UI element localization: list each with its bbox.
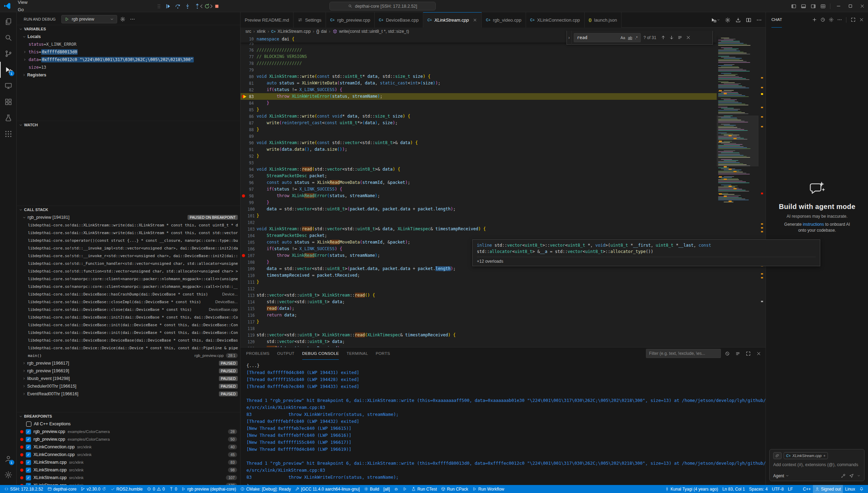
instructions-link[interactable]: instructions bbox=[803, 222, 824, 227]
activity-extensions[interactable] bbox=[0, 94, 17, 110]
gutter-116[interactable] bbox=[241, 312, 248, 319]
status-problems[interactable]: 00 bbox=[145, 485, 167, 493]
console-line[interactable] bbox=[246, 453, 766, 460]
find-close-icon[interactable] bbox=[684, 33, 693, 42]
gutter-98[interactable] bbox=[241, 193, 248, 199]
stack-frame[interactable]: libdepthai-core.so!dai::XLinkStream::wri… bbox=[17, 221, 241, 229]
console-line[interactable]: [New Thread 0xfffff155c840 (LWP 196617)] bbox=[246, 439, 766, 446]
console-line[interactable]: [Thread 0xffffebffc840 (LWP 194432) exit… bbox=[246, 418, 766, 425]
status-os[interactable]: Linux bbox=[843, 485, 857, 493]
close-panel-icon[interactable] bbox=[754, 349, 763, 358]
gutter-87[interactable] bbox=[241, 120, 248, 126]
close-window-icon[interactable] bbox=[856, 0, 868, 12]
gutter-77[interactable] bbox=[241, 53, 248, 60]
debug-console-output[interactable]: {...}[Thread 0xfffff0d4c840 (LWP 194431)… bbox=[241, 360, 766, 485]
code-line-119[interactable]: 119std::vector<std::uint8_t> XLinkStream… bbox=[241, 332, 717, 338]
code-line-88[interactable]: 88} bbox=[241, 126, 717, 133]
console-line[interactable]: [Thread 0xfffff155c840 (LWP 194428) exit… bbox=[246, 376, 766, 383]
panel-tab-debug-console[interactable]: DEBUG CONSOLE bbox=[302, 348, 339, 360]
status-run-workflow[interactable]: Run Workflow bbox=[470, 485, 506, 493]
gutter-88[interactable] bbox=[241, 126, 248, 133]
maximize-panel-icon[interactable] bbox=[744, 349, 752, 358]
attach-context-icon[interactable] bbox=[773, 452, 782, 459]
breakpoint-checkbox[interactable]: ✓ bbox=[26, 460, 31, 465]
breakpoint-row[interactable]: ✓XLinkStream.cppsrc/xlink107 bbox=[17, 474, 241, 481]
activity-run-and-debug[interactable]: 1 bbox=[0, 62, 17, 78]
gutter-92[interactable] bbox=[241, 153, 248, 159]
breakpoint-row[interactable]: ✓rgb_preview.cppexamples/ColorCamera28 bbox=[17, 428, 241, 435]
console-line[interactable]: 83 throw XLinkWriteError(status, streamN… bbox=[246, 474, 766, 481]
maximize-window-icon[interactable] bbox=[844, 0, 856, 12]
run-or-debug-icon[interactable] bbox=[709, 15, 722, 24]
stack-frame[interactable]: libdepthai-core.so!std::__invoke_r<std::… bbox=[17, 252, 241, 260]
gutter-85[interactable] bbox=[241, 106, 248, 113]
variable-row[interactable]: data = 0xffffec0012c0 "\224\001\001\317\… bbox=[17, 56, 241, 64]
continue-button[interactable] bbox=[163, 2, 173, 11]
call-stack-thread[interactable]: rgb_preview [196619]PAUSED bbox=[17, 367, 241, 375]
breakpoint-row[interactable]: ✓XLinkStream.cppsrc/xlink83 bbox=[17, 458, 241, 466]
status-ports[interactable]: 0 bbox=[167, 485, 180, 493]
status-run-cpack[interactable]: Run CPack bbox=[439, 485, 470, 493]
call-stack-thread[interactable]: rgb_preview [194181]PAUSED ON BREAKPOINT bbox=[17, 214, 241, 221]
status-signed-out[interactable]: Signed out bbox=[813, 485, 843, 493]
gutter-118[interactable] bbox=[241, 325, 248, 332]
console-line[interactable]: Thread 1 "rgb_preview" hit Breakpoint 6,… bbox=[246, 397, 766, 404]
minimize-window-icon[interactable] bbox=[832, 0, 844, 12]
gutter-105[interactable] bbox=[241, 239, 248, 246]
code-line-113[interactable]: 113std::vector<std::uint8_t> XLinkStream… bbox=[241, 292, 717, 299]
status-debug-session[interactable]: rgb preview (depthai-core) bbox=[179, 485, 238, 493]
stack-frame[interactable]: libdepthai-core.so!dai::XLinkStream::wri… bbox=[17, 229, 241, 237]
status-remote[interactable]: SSH: 172.18.2.52 bbox=[2, 485, 45, 493]
breakpoint-row[interactable]: ✓XLinkStream.cppsrc/xlink98 bbox=[17, 466, 241, 474]
activity-accounts[interactable]: 1 bbox=[0, 451, 17, 467]
code-line-84[interactable]: 84 } bbox=[241, 100, 717, 106]
stack-frame[interactable]: libdepthai-core.so!nanorpc::core::client… bbox=[17, 283, 241, 290]
debug-settings-gear-icon[interactable] bbox=[119, 15, 127, 23]
stack-frame[interactable]: libdepthai-core.so!std::__invoke_impl<st… bbox=[17, 244, 241, 252]
code-line-104[interactable]: 104 StreamPacketDesc packet; bbox=[241, 232, 717, 239]
gutter-117[interactable] bbox=[241, 319, 248, 325]
chevron-right-icon[interactable] bbox=[23, 58, 29, 61]
gutter-111[interactable] bbox=[241, 279, 248, 285]
gutter-93[interactable] bbox=[241, 159, 248, 166]
start-debug-icon[interactable] bbox=[64, 17, 69, 22]
stack-frame[interactable]: libdepthai-core.so!dai::DeviceBase::init… bbox=[17, 321, 241, 329]
console-line[interactable]: e/src/xlink/XLinkStream.cpp:83 bbox=[246, 404, 766, 411]
panel-tab-output[interactable]: OUTPUT bbox=[277, 348, 295, 360]
console-line[interactable]: [New Thread 0xfffff0d4c840 (LWP 196619)] bbox=[246, 446, 766, 453]
regex-toggle[interactable]: .* bbox=[634, 35, 639, 40]
status-cursor-position[interactable]: Ln 83, Col 1 bbox=[720, 485, 747, 493]
breadcrumb-item[interactable]: {}dai bbox=[316, 29, 327, 34]
variables-header[interactable]: VARIABLES bbox=[17, 25, 241, 33]
code-line-103[interactable]: 103void XLinkStream::read(std::vector<st… bbox=[241, 226, 717, 232]
status-indentation[interactable]: Spaces: 4 bbox=[747, 485, 770, 493]
gutter-107[interactable] bbox=[241, 252, 248, 259]
split-editor-icon[interactable] bbox=[744, 15, 753, 24]
code-line-81[interactable]: 81 auto status = XLinkWriteData(streamId… bbox=[241, 80, 717, 87]
activity-explorer[interactable] bbox=[0, 14, 17, 30]
gutter-97[interactable] bbox=[241, 186, 248, 193]
chat-tab[interactable]: CHAT bbox=[771, 12, 782, 28]
code-line-89[interactable]: 89 bbox=[241, 133, 717, 140]
console-line[interactable]: [New Thread 0xffffeb7ec840 (LWP 196615)] bbox=[246, 425, 766, 432]
code-line-91[interactable]: 91 write(data.data(), data.size()); bbox=[241, 146, 717, 153]
gutter-94[interactable] bbox=[241, 166, 248, 173]
menu-view[interactable]: View bbox=[15, 0, 39, 6]
stack-frame[interactable]: libdepthai-core.so!dai::DeviceBase::clos… bbox=[17, 306, 241, 313]
code-line-116[interactable]: 116 return data; bbox=[241, 312, 717, 319]
step-over-button[interactable] bbox=[173, 2, 182, 11]
gutter-90[interactable] bbox=[241, 140, 248, 146]
toggle-replace-button[interactable]: › bbox=[567, 31, 572, 45]
maximize-chat-icon[interactable] bbox=[849, 16, 857, 24]
status-run-ctest[interactable]: Run CTest bbox=[409, 485, 439, 493]
clear-console-icon[interactable] bbox=[723, 349, 731, 358]
console-line[interactable]: e/src/xlink/XLinkStream.cpp:83 bbox=[246, 467, 766, 474]
breadcrumb-item[interactable]: C+XLinkStream.cpp bbox=[271, 29, 311, 34]
code-line-95[interactable]: 95 StreamPacketDesc packet; bbox=[241, 173, 717, 179]
code-line-83[interactable]: 83 throw XLinkWriteError(status, streamN… bbox=[241, 93, 717, 100]
code-line-90[interactable]: 90void XLinkStream::write(const std::vec… bbox=[241, 140, 717, 146]
command-center-search[interactable]: depthai-core [SSH: 172.18.2.52] bbox=[329, 2, 436, 10]
go-back-icon[interactable] bbox=[197, 2, 206, 10]
status-cmake-status[interactable]: CMake: [Debug]: Ready bbox=[238, 485, 293, 493]
gutter-79[interactable] bbox=[241, 67, 248, 73]
